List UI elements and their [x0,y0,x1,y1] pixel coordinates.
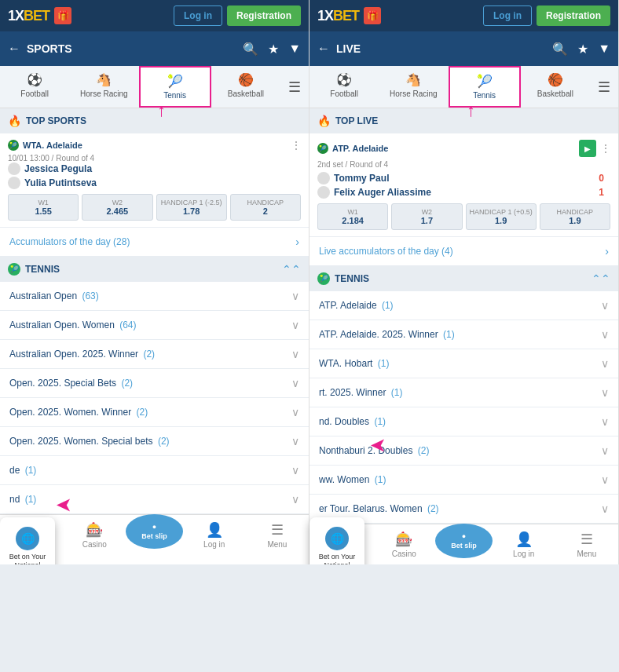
left-tennis-item-5[interactable]: Open. 2025. Women. Special bets (2) ∨ [0,427,309,456]
right-tennis-collapse[interactable]: ⌃⌃ [592,272,610,285]
left-tab-basketball[interactable]: 🏀 Basketball [211,66,280,108]
right-match1-player2: Felix Auger Aliassime 1 [317,186,610,199]
left-tennis-collapse[interactable]: ⌃⌃ [282,263,301,276]
right-tennis-item-1-chevron: ∨ [601,328,609,341]
left-header-buttons: Log in Registration [174,5,301,26]
left-tennis-item-0[interactable]: Australian Open (63) ∨ [0,282,309,311]
right-bottom-login[interactable]: 👤 Log in [493,524,555,564]
right-tennis-item-6-chevron: ∨ [601,473,609,486]
left-football-icon: ⚽ [27,72,42,87]
left-match1-odds-w1[interactable]: W1 1.55 [8,194,79,221]
right-fire-icon: 🔥 [317,115,331,127]
right-tennis-item-0[interactable]: ATP. Adelaide (1) ∨ [310,291,618,320]
left-accumulators-row[interactable]: Accumulators of the day (28) › [0,228,309,257]
left-tab-more[interactable]: ☰ [280,66,309,108]
right-bottom-casino[interactable]: 🎰 Casino [372,524,435,564]
left-top-header: 1XBET 🎁 Log in Registration [0,0,309,31]
left-sport-tabs: ⚽ Football 🐴 Horse Racing 🎾 Tennis 🏀 Bas… [0,66,309,108]
right-header-buttons: Log in Registration [483,5,610,26]
right-play-button[interactable]: ▶ [579,140,596,157]
right-tennis-item-1[interactable]: ATP. Adelaide. 2025. Winner (1) ∨ [310,320,618,349]
right-tab-football[interactable]: ⚽ Football [310,66,379,108]
right-tennis-item-5-chevron: ∨ [601,444,609,457]
left-bottom-menu[interactable]: ☰ Menu [246,515,309,555]
left-tennis-item-1[interactable]: Australian Open. Women (64) ∨ [0,311,309,340]
left-tennis-icon: 🎾 [167,74,183,89]
left-tennis-item-2[interactable]: Australian Open. 2025. Winner (2) ∨ [0,340,309,369]
right-match1-odds-w2[interactable]: W2 1.7 [391,203,462,230]
right-filter-icon[interactable]: ▼ [598,42,610,57]
left-tennis-item-6[interactable]: de (1) ∨ [0,456,309,485]
right-match1-odds-h2[interactable]: HANDICAP 1.9 [540,203,610,230]
left-register-button[interactable]: Registration [227,5,301,26]
right-match1-odds-w1[interactable]: W1 2.184 [317,203,388,230]
left-search-icon[interactable]: 🔍 [243,42,258,57]
right-tab-horse-racing[interactable]: 🐴 Horse Racing [379,66,448,108]
right-back-button[interactable]: ← [317,42,330,56]
left-horse-icon: 🐴 [96,72,112,87]
right-horse-icon: 🐴 [405,72,421,87]
right-match1-more[interactable]: ⋮ [601,143,610,154]
left-tennis-item-4-chevron: ∨ [291,406,299,418]
left-basketball-icon: 🏀 [238,72,254,87]
left-login-button[interactable]: Log in [174,5,222,26]
left-match1-more[interactable]: ⋮ [291,140,301,151]
left-popup-national-team[interactable]: 🌐 Bet on Your National Team [8,527,47,564]
right-accumulators-row[interactable]: Live accumulators of the day (4) › [310,237,618,266]
left-tennis-item-1-chevron: ∨ [291,319,299,331]
left-match1-league-name: WTA. Adelaide [23,141,82,150]
right-tennis-item-2-text: WTA. Hobart (1) [319,358,389,369]
left-star-icon[interactable]: ★ [268,42,279,57]
right-gift-icon: 🎁 [364,7,381,24]
right-tab-tennis[interactable]: 🎾 Tennis [449,66,521,108]
left-tennis-item-3-chevron: ∨ [291,377,299,389]
right-search-icon[interactable]: 🔍 [552,42,568,57]
right-tennis-item-2[interactable]: WTA. Hobart (1) ∨ [310,349,618,378]
left-tab-tennis[interactable]: 🎾 Tennis [139,66,211,108]
right-tennis-item-3[interactable]: rt. 2025. Winner (1) ∨ [310,378,618,407]
right-bottom-betslip-container: ● Bet slip [435,524,492,564]
left-back-button[interactable]: ← [8,42,20,56]
right-nav-bar: ← LIVE 🔍 ★ ▼ [310,31,618,66]
right-tab-more[interactable]: ☰ [590,66,618,108]
left-tennis-title: 🎾 TENNIS [8,263,60,276]
right-match1-odds-h1[interactable]: HANDICAP 1 (+0.5) 1.9 [466,203,537,230]
right-tennis-item-6[interactable]: ww. Women (1) ∨ [310,466,618,495]
right-match1-players: Tommy Paul 0 Felix Auger Aliassime 1 [317,172,610,199]
left-bottom-login[interactable]: 👤 Log in [183,515,246,555]
left-betslip-label: Bet slip [141,532,167,540]
right-tennis-section-header: 🎾 TENNIS ⌃⌃ [310,266,618,291]
right-star-icon[interactable]: ★ [577,42,588,57]
left-tennis-item-3[interactable]: Open. 2025. Special Bets (2) ∨ [0,369,309,398]
right-tennis-item-5[interactable]: Nonthaburi 2. Doubles (2) ∨ [310,436,618,466]
left-filter-icon[interactable]: ▼ [288,42,301,57]
left-match1-odds-h1[interactable]: HANDICAP 1 (-2.5) 1.78 [156,194,227,221]
left-nav-title: SPORTS [27,42,236,55]
right-login-button[interactable]: Log in [483,5,532,26]
right-bottom-betslip[interactable]: ● Bet slip [435,524,492,558]
left-match1-league: 🎾 WTA. Adelaide [8,140,82,151]
right-tennis-item-4-chevron: ∨ [601,415,609,428]
left-tab-horse-racing[interactable]: 🐴 Horse Racing [69,66,138,108]
left-tennis-item-4[interactable]: Open. 2025. Women. Winner (2) ∨ [0,398,309,427]
right-tennis-item-4[interactable]: nd. Doubles (1) ∨ [310,407,618,436]
right-register-button[interactable]: Registration [537,5,610,26]
left-accumulators-text: Accumulators of the day (28) [9,236,130,247]
right-tab-basketball[interactable]: 🏀 Basketball [521,66,590,108]
left-bottom-betslip[interactable]: ● Bet slip [126,514,182,549]
left-bottom-menu-label: Menu [267,540,287,549]
left-tab-football[interactable]: ⚽ Football [0,66,69,108]
right-accumulators-arrow: › [605,245,609,257]
left-tab-horse-label: Horse Racing [80,89,128,98]
left-bottom-casino[interactable]: 🎰 Casino [63,515,126,555]
right-nav-title: LIVE [336,42,546,55]
left-match1-odds-h2[interactable]: HANDICAP 2 [230,194,301,221]
left-match1-player1: Jessica Pegula [8,163,301,175]
left-nav-icons: 🔍 ★ ▼ [243,42,301,57]
right-popup-national-team[interactable]: 🌐 Bet on Your National Team [317,527,357,564]
right-logo: 1XBET [317,8,359,24]
left-tennis-item-7[interactable]: nd (1) ∨ [0,485,309,514]
right-bottom-menu[interactable]: ☰ Menu [555,524,618,564]
left-casino-icon: 🎰 [86,521,103,539]
left-match1-odds-w2[interactable]: W2 2.465 [82,194,152,221]
